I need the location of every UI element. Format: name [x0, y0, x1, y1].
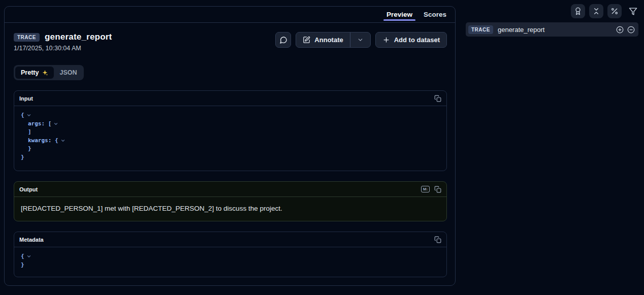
output-section-title: Output	[19, 186, 38, 192]
metadata-json-tree: { }	[14, 247, 446, 277]
annotate-button-group: Annotate	[296, 32, 370, 48]
copy-icon[interactable]	[434, 186, 441, 193]
json-line: }	[21, 153, 440, 162]
view-mode-json[interactable]: JSON	[54, 67, 82, 79]
add-to-dataset-label: Add to dataset	[394, 36, 440, 44]
output-text: [REDACTED_PERSON_1] met with [REDACTED_P…	[14, 197, 446, 221]
json-token: }	[28, 145, 31, 153]
copy-icon[interactable]	[434, 95, 441, 102]
percent-icon	[610, 7, 619, 15]
json-line: kwargs: {	[21, 137, 440, 145]
edit-icon	[303, 36, 310, 44]
annotate-label: Annotate	[314, 36, 343, 44]
chevron-down-icon[interactable]	[60, 138, 66, 143]
plus-icon	[382, 36, 390, 44]
comment-button[interactable]	[275, 32, 291, 48]
tree-node-title: generate_report	[498, 26, 545, 34]
collapse-vertical-icon	[592, 7, 600, 15]
annotate-button[interactable]: Annotate	[296, 32, 349, 47]
output-section: Output M↓ [REDACTED_PERSON_1] met with […	[14, 181, 447, 221]
markdown-icon[interactable]: M↓	[421, 186, 430, 192]
trace-header-row: TRACE generate_report 1/17/2025, 10:30:0…	[14, 32, 447, 52]
output-section-header: Output M↓	[14, 182, 446, 197]
chevron-down-icon	[357, 37, 364, 43]
trace-content: TRACE generate_report 1/17/2025, 10:30:0…	[5, 23, 455, 277]
pretty-label: Pretty	[21, 69, 39, 76]
metadata-section-header: Metadata	[14, 232, 446, 247]
award-icon	[574, 7, 582, 15]
chevron-down-icon[interactable]	[26, 113, 31, 118]
award-button[interactable]	[571, 4, 585, 18]
view-mode-toggle: Pretty JSON	[14, 65, 84, 80]
metadata-section-title: Metadata	[19, 237, 44, 243]
json-line: }	[21, 145, 440, 153]
tab-preview-label: Preview	[387, 11, 412, 18]
filter-button[interactable]	[626, 4, 640, 18]
input-section: Input { args: [ ]	[14, 90, 447, 171]
filter-icon	[629, 7, 637, 16]
trace-type-badge: TRACE	[14, 33, 40, 42]
plus-circle-icon[interactable]	[616, 26, 624, 34]
json-token: ]	[28, 128, 31, 137]
comment-icon	[279, 36, 287, 44]
tree-toolbar	[571, 4, 640, 18]
tab-bar: Preview Scores	[5, 7, 455, 23]
trace-detail-panel: Preview Scores TRACE generate_report 1/1…	[4, 6, 456, 286]
json-token: }	[21, 153, 24, 162]
trace-title: generate_report	[45, 32, 112, 42]
copy-icon[interactable]	[434, 236, 441, 243]
chevron-down-icon[interactable]	[53, 121, 58, 126]
annotate-dropdown-button[interactable]	[350, 32, 370, 47]
json-token: kwargs: {	[28, 137, 58, 145]
json-line: ]	[21, 128, 440, 137]
collapse-button[interactable]	[589, 4, 603, 18]
tab-scores-label: Scores	[424, 11, 446, 18]
tab-scores[interactable]: Scores	[418, 7, 452, 22]
trace-timestamp: 1/17/2025, 10:30:04 AM	[14, 45, 112, 52]
metadata-section: Metadata { }	[14, 232, 447, 277]
json-line: {	[21, 252, 440, 261]
tree-node-trace[interactable]: TRACE generate_report	[466, 22, 638, 37]
json-label: JSON	[59, 69, 77, 76]
chevron-down-icon[interactable]	[26, 254, 31, 259]
json-line: {	[21, 111, 440, 120]
view-mode-pretty[interactable]: Pretty	[15, 67, 54, 79]
trace-type-badge: TRACE	[468, 25, 493, 34]
tree-node-actions	[616, 26, 635, 34]
json-token: {	[21, 252, 24, 261]
input-section-header: Input	[14, 91, 446, 106]
metrics-button[interactable]	[607, 4, 622, 18]
add-to-dataset-button[interactable]: Add to dataset	[375, 32, 447, 48]
json-token: }	[21, 261, 24, 270]
json-line: args: [	[21, 120, 440, 128]
view-mode-toggle-row: Pretty JSON	[14, 65, 447, 80]
trace-actions: Annotate Add to dataset	[275, 32, 447, 48]
sparkles-icon	[42, 70, 48, 76]
json-line: }	[21, 261, 440, 270]
input-section-title: Input	[19, 95, 33, 102]
json-token: {	[21, 111, 24, 120]
json-token: args: [	[28, 120, 51, 128]
tab-preview[interactable]: Preview	[381, 7, 418, 22]
input-json-tree: { args: [ ] kwargs: { } }	[14, 106, 446, 171]
trace-identity: TRACE generate_report 1/17/2025, 10:30:0…	[14, 32, 112, 52]
minus-circle-icon[interactable]	[627, 26, 635, 34]
